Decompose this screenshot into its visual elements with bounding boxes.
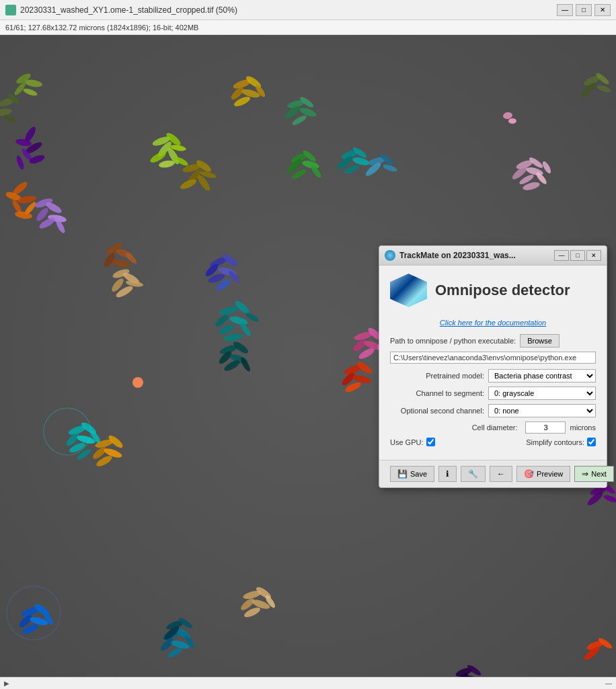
diameter-input[interactable] xyxy=(525,421,566,434)
back-button[interactable]: ← xyxy=(490,466,512,482)
bottom-dash: — xyxy=(605,680,612,687)
second-channel-row: Optional second channel: 0: none 1: red … xyxy=(390,404,596,417)
preview-icon: 🎯 xyxy=(524,469,534,479)
documentation-link[interactable]: Click here for the documentation xyxy=(440,319,546,327)
bottom-bar: ▶ — xyxy=(0,677,616,689)
path-label: Path to omnipose / python executable: xyxy=(390,337,516,345)
simplify-checkbox[interactable] xyxy=(587,438,596,446)
pretrained-model-row: Pretrained model: Bacteria phase contras… xyxy=(390,369,596,382)
simplify-label: Simplify contours: xyxy=(526,438,584,446)
dialog-minimize-button[interactable]: — xyxy=(554,250,569,261)
play-icon: ▶ xyxy=(4,680,9,687)
window-title: 20230331_washed_XY1.ome-1_stabilized_cro… xyxy=(20,5,557,15)
channel-label: Channel to segment: xyxy=(390,389,484,397)
dialog-maximize-button[interactable]: □ xyxy=(570,250,585,261)
window-controls: — □ ✕ xyxy=(557,4,611,16)
minimize-button[interactable]: — xyxy=(557,4,573,16)
omnipose-logo xyxy=(390,274,427,307)
channel-select[interactable]: 0: grayscale 1: red 2: green 3: blue xyxy=(488,387,596,400)
microns-label: microns xyxy=(570,423,596,432)
diameter-row: Cell diameter: microns xyxy=(390,421,596,434)
use-gpu-group: Use GPU: xyxy=(390,438,435,446)
channel-row: Channel to segment: 0: grayscale 1: red … xyxy=(390,387,596,400)
dialog-titlebar: TrackMate on 20230331_was... — □ ✕ xyxy=(379,246,607,266)
path-input[interactable] xyxy=(390,352,596,364)
pretrained-label: Pretrained model: xyxy=(390,372,484,380)
gpu-row: Use GPU: Simplify contours: xyxy=(390,438,596,446)
pretrained-control: Bacteria phase contrast Bacteria fluores… xyxy=(488,369,596,382)
dialog-body: Omnipose detector Click here for the doc… xyxy=(379,266,607,460)
simplify-group: Simplify contours: xyxy=(526,438,596,446)
settings-button[interactable]: 🔧 xyxy=(461,466,486,482)
trackmate-dialog: TrackMate on 20230331_was... — □ ✕ Omnip… xyxy=(379,245,607,488)
maximize-button[interactable]: □ xyxy=(576,4,592,16)
info-icon: ℹ xyxy=(446,469,449,479)
info-button[interactable]: ℹ xyxy=(438,466,457,482)
browse-button[interactable]: Browse xyxy=(520,334,560,348)
preview-label: Preview xyxy=(537,470,563,478)
use-gpu-label: Use GPU: xyxy=(390,438,424,446)
dialog-title: TrackMate on 20230331_was... xyxy=(399,251,553,260)
trackmate-icon xyxy=(385,250,395,261)
svg-point-90 xyxy=(132,377,143,388)
channel-control: 0: grayscale 1: red 2: green 3: blue xyxy=(488,387,596,400)
info-bar: 61/61; 127.68x132.72 microns (1824x1896)… xyxy=(0,20,616,35)
second-channel-control: 0: none 1: red 2: green 3: blue xyxy=(488,404,596,417)
diameter-label: Cell diameter: xyxy=(472,423,518,432)
path-row: Path to omnipose / python executable: Br… xyxy=(390,334,596,348)
save-button[interactable]: 💾 Save xyxy=(390,466,434,482)
doc-link[interactable]: Click here for the documentation xyxy=(390,318,596,327)
wrench-icon: 🔧 xyxy=(468,469,478,479)
next-icon: ⇒ xyxy=(582,469,588,479)
title-bar: 20230331_washed_XY1.ome-1_stabilized_cro… xyxy=(0,0,616,20)
use-gpu-checkbox[interactable] xyxy=(426,438,435,446)
save-icon: 💾 xyxy=(397,469,408,479)
image-info: 61/61; 127.68x132.72 microns (1824x1896)… xyxy=(5,24,198,32)
dialog-footer: 💾 Save ℹ 🔧 ← 🎯 Preview ⇒ Next xyxy=(379,460,607,487)
preview-button[interactable]: 🎯 Preview xyxy=(516,466,570,482)
svg-point-89 xyxy=(508,118,516,124)
next-label: Next xyxy=(591,470,607,478)
dialog-close-button[interactable]: ✕ xyxy=(586,250,601,261)
save-label: Save xyxy=(410,470,427,478)
left-arrow-icon: ← xyxy=(497,469,505,479)
second-channel-select[interactable]: 0: none 1: red 2: green 3: blue xyxy=(488,404,596,417)
path-input-row xyxy=(390,352,596,364)
omnipose-title: Omnipose detector xyxy=(435,282,570,299)
close-button[interactable]: ✕ xyxy=(594,4,611,16)
pretrained-select[interactable]: Bacteria phase contrast Bacteria fluores… xyxy=(488,369,596,382)
next-button[interactable]: ⇒ Next xyxy=(574,466,614,482)
dialog-header: Omnipose detector xyxy=(390,274,596,313)
app-icon xyxy=(5,5,16,15)
second-channel-label: Optional second channel: xyxy=(390,407,484,415)
